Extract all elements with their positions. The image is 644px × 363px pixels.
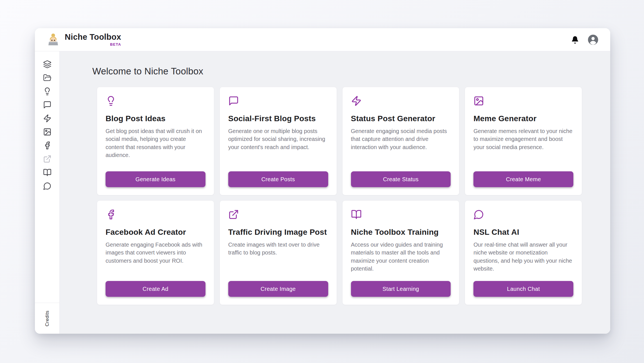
lightbulb-icon xyxy=(43,87,52,96)
tool-title: NSL Chat AI xyxy=(473,228,573,237)
sidebar-item-layers[interactable] xyxy=(41,57,54,71)
generate-ideas-button[interactable]: Generate Ideas xyxy=(106,171,205,187)
credits-tab[interactable]: Credits xyxy=(35,303,59,334)
sidebar-item-facebook[interactable] xyxy=(41,139,54,152)
app-window: Niche Toolbox BETA xyxy=(35,28,610,334)
facebook-icon xyxy=(106,209,116,220)
tool-description: Generate engaging social media posts tha… xyxy=(351,127,451,151)
woman-technologist-emoji-logo xyxy=(46,33,60,47)
sidebar-item-external-link[interactable] xyxy=(41,152,54,166)
tool-description: Generate memes relevant to your niche to… xyxy=(473,127,573,151)
tool-title: Social-First Blog Posts xyxy=(228,114,328,123)
tools-grid: Blog Post Ideas Get blog post ideas that… xyxy=(97,87,582,305)
tool-card-niche-toolbox-training: Niche Toolbox Training Access our video … xyxy=(342,200,460,305)
page-title: Welcome to Niche Toolbox xyxy=(92,66,582,77)
message-circle-icon xyxy=(473,209,484,220)
header-brand[interactable]: Niche Toolbox BETA xyxy=(46,33,121,47)
message-square-icon xyxy=(43,101,52,109)
app-title: Niche Toolbox xyxy=(65,33,121,42)
start-learning-button[interactable]: Start Learning xyxy=(351,281,451,297)
tool-description: Create images with text over to drive tr… xyxy=(228,241,328,257)
sidebar-item-zap[interactable] xyxy=(41,112,54,125)
image-icon xyxy=(43,128,52,136)
sidebar-item-book-open[interactable] xyxy=(41,166,54,179)
tool-description: Access our video guides and training mat… xyxy=(351,241,451,273)
sidebar-item-message-square[interactable] xyxy=(41,98,54,112)
tool-card-status-post-generator: Status Post Generator Generate engaging … xyxy=(342,87,460,195)
sidebar: Credits xyxy=(35,51,60,334)
main-content: Welcome to Niche Toolbox Blog Post Ideas… xyxy=(60,51,610,334)
folder-open-icon xyxy=(43,74,52,82)
tool-description: Generate one or multiple blog posts opti… xyxy=(228,127,328,151)
tool-card-facebook-ad-creator: Facebook Ad Creator Generate engaging Fa… xyxy=(97,200,214,305)
tool-description: Generate engaging Facebook ads with imag… xyxy=(106,241,205,265)
create-posts-button[interactable]: Create Posts xyxy=(228,171,328,187)
external-link-icon xyxy=(43,155,52,163)
tool-title: Blog Post Ideas xyxy=(106,114,205,123)
tool-title: Traffic Driving Image Post xyxy=(228,228,328,237)
tool-card-social-first-blog-posts: Social-First Blog Posts Generate one or … xyxy=(220,87,337,195)
header: Niche Toolbox BETA xyxy=(35,28,610,51)
beta-badge: BETA xyxy=(110,42,121,47)
tool-description: Our real-time chat will answer all your … xyxy=(473,241,573,273)
tool-card-nsl-chat-ai: NSL Chat AI Our real-time chat will answ… xyxy=(465,200,582,305)
zap-icon xyxy=(43,114,52,123)
tool-title: Status Post Generator xyxy=(351,114,451,123)
tool-title: Niche Toolbox Training xyxy=(351,228,451,237)
tool-card-traffic-driving-image-post: Traffic Driving Image Post Create images… xyxy=(220,200,337,305)
create-image-button[interactable]: Create Image xyxy=(228,281,328,297)
credits-label: Credits xyxy=(44,311,50,326)
tool-description: Get blog post ideas that will crush it o… xyxy=(106,127,205,159)
create-ad-button[interactable]: Create Ad xyxy=(106,281,205,297)
tool-card-meme-generator: Meme Generator Generate memes relevant t… xyxy=(465,87,582,195)
launch-chat-button[interactable]: Launch Chat xyxy=(473,281,573,297)
message-circle-icon xyxy=(43,182,52,190)
lightbulb-icon xyxy=(106,96,116,106)
sidebar-item-folder-open[interactable] xyxy=(41,71,54,85)
sidebar-item-message-circle[interactable] xyxy=(41,179,54,193)
create-meme-button[interactable]: Create Meme xyxy=(473,171,573,187)
facebook-icon xyxy=(43,141,52,150)
tool-card-blog-post-ideas: Blog Post Ideas Get blog post ideas that… xyxy=(97,87,214,195)
message-square-icon xyxy=(228,96,239,106)
image-icon xyxy=(473,96,484,106)
book-open-icon xyxy=(43,168,52,177)
book-open-icon xyxy=(351,209,362,220)
create-status-button[interactable]: Create Status xyxy=(351,171,451,187)
external-link-icon xyxy=(228,209,239,220)
body-row: Credits Welcome to Niche Toolbox Blog Po… xyxy=(35,51,610,334)
notification-bell-icon[interactable] xyxy=(571,36,579,44)
sidebar-item-lightbulb[interactable] xyxy=(41,85,54,98)
sidebar-item-image[interactable] xyxy=(41,125,54,139)
title-block: Niche Toolbox BETA xyxy=(65,33,121,47)
tool-title: Facebook Ad Creator xyxy=(106,228,205,237)
user-avatar-icon[interactable] xyxy=(588,34,598,45)
zap-icon xyxy=(351,96,362,106)
layers-icon xyxy=(43,60,52,68)
tool-title: Meme Generator xyxy=(473,114,573,123)
